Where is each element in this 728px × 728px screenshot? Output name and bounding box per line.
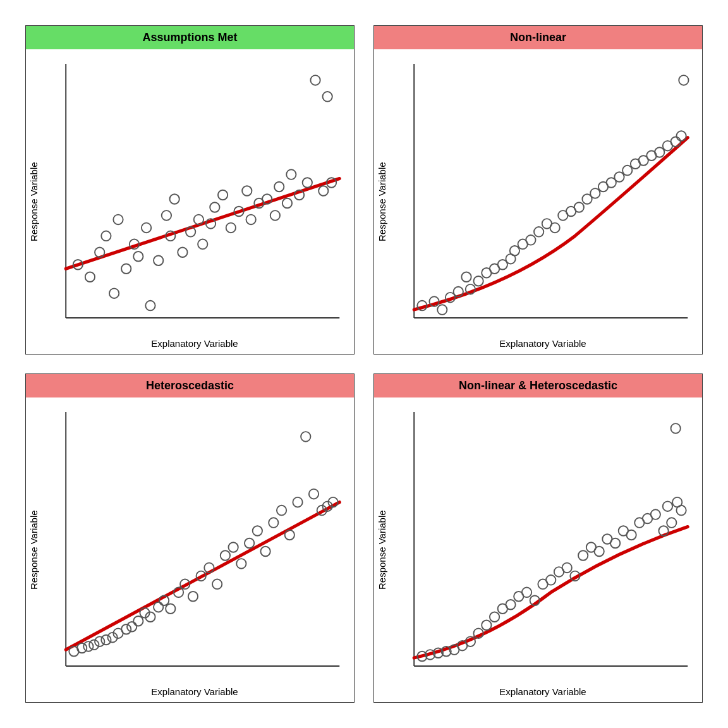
svg-point-144 bbox=[610, 538, 620, 549]
svg-point-12 bbox=[142, 223, 151, 233]
svg-point-34 bbox=[286, 169, 296, 179]
svg-point-28 bbox=[246, 215, 256, 225]
svg-point-96 bbox=[166, 604, 175, 614]
svg-point-17 bbox=[170, 194, 179, 204]
svg-point-102 bbox=[212, 579, 222, 590]
svg-point-136 bbox=[546, 575, 555, 585]
svg-point-8 bbox=[113, 215, 123, 225]
svg-point-109 bbox=[269, 518, 278, 528]
svg-point-69 bbox=[622, 166, 632, 176]
svg-point-68 bbox=[614, 172, 624, 182]
svg-point-128 bbox=[482, 620, 491, 630]
svg-point-84 bbox=[89, 640, 99, 650]
svg-point-15 bbox=[162, 210, 171, 221]
svg-point-105 bbox=[236, 559, 246, 569]
svg-line-80 bbox=[66, 502, 339, 650]
x-label-2: Explanatory Variable bbox=[390, 334, 696, 354]
panel-title-heteroscedastic: Heteroscedastic bbox=[26, 374, 354, 397]
svg-point-13 bbox=[145, 301, 155, 311]
svg-point-152 bbox=[667, 518, 676, 528]
plot-container-1: Explanatory Variable bbox=[42, 49, 354, 354]
svg-point-76 bbox=[676, 131, 686, 141]
svg-point-7 bbox=[109, 288, 119, 298]
svg-point-114 bbox=[309, 489, 318, 499]
svg-point-133 bbox=[522, 588, 531, 598]
svg-point-20 bbox=[194, 215, 203, 225]
svg-point-39 bbox=[318, 186, 328, 196]
svg-point-91 bbox=[133, 616, 143, 626]
svg-point-60 bbox=[550, 223, 559, 233]
svg-point-82 bbox=[77, 643, 87, 653]
main-grid: Assumptions Met Response Variable bbox=[0, 0, 728, 728]
svg-point-111 bbox=[285, 530, 294, 540]
svg-point-129 bbox=[490, 612, 499, 622]
panel-non-linear: Non-linear Response Variable bbox=[373, 25, 703, 355]
panel-title-nonlinear-hetero: Non-linear & Heteroscedastic bbox=[374, 374, 702, 397]
svg-point-18 bbox=[178, 248, 187, 258]
svg-point-90 bbox=[127, 622, 136, 632]
panel-heteroscedastic: Heteroscedastic Response Variable bbox=[25, 373, 355, 703]
svg-point-31 bbox=[270, 210, 280, 221]
svg-plot-2 bbox=[390, 56, 696, 334]
svg-point-112 bbox=[293, 497, 302, 507]
chart-area-1: Response Variable bbox=[26, 49, 354, 354]
plot-container-3: Explanatory Variable bbox=[42, 397, 354, 702]
svg-point-140 bbox=[578, 550, 588, 561]
svg-point-138 bbox=[562, 563, 572, 573]
svg-point-104 bbox=[228, 542, 238, 552]
x-label-1: Explanatory Variable bbox=[42, 334, 348, 354]
svg-point-50 bbox=[473, 276, 483, 286]
svg-point-4 bbox=[85, 272, 95, 282]
x-label-4: Explanatory Variable bbox=[390, 682, 696, 702]
svg-point-23 bbox=[210, 202, 219, 212]
svg-point-85 bbox=[95, 636, 104, 646]
svg-point-38 bbox=[323, 92, 332, 102]
chart-area-2: Response Variable bbox=[374, 49, 702, 354]
svg-point-36 bbox=[303, 178, 312, 188]
svg-point-73 bbox=[655, 147, 664, 157]
svg-point-57 bbox=[526, 235, 535, 245]
svg-point-65 bbox=[590, 188, 600, 198]
panel-title-non-linear: Non-linear bbox=[374, 26, 702, 49]
svg-point-75 bbox=[671, 136, 681, 147]
svg-point-9 bbox=[121, 264, 131, 274]
svg-point-94 bbox=[154, 602, 163, 612]
svg-point-146 bbox=[626, 530, 636, 540]
svg-point-83 bbox=[83, 641, 93, 652]
svg-point-24 bbox=[218, 190, 228, 200]
svg-point-113 bbox=[301, 432, 310, 442]
svg-point-131 bbox=[506, 600, 515, 610]
svg-point-11 bbox=[133, 252, 143, 262]
svg-point-106 bbox=[245, 538, 254, 549]
svg-point-58 bbox=[534, 227, 543, 237]
svg-point-6 bbox=[101, 231, 111, 241]
svg-point-108 bbox=[260, 547, 270, 557]
svg-point-149 bbox=[651, 509, 660, 519]
panel-assumptions-met: Assumptions Met Response Variable bbox=[25, 25, 355, 355]
svg-plot-4 bbox=[390, 404, 696, 682]
svg-point-89 bbox=[121, 624, 131, 634]
svg-point-55 bbox=[510, 246, 519, 256]
svg-plot-3 bbox=[42, 404, 348, 682]
svg-point-99 bbox=[188, 592, 198, 602]
svg-point-154 bbox=[676, 506, 686, 516]
svg-point-63 bbox=[574, 202, 584, 212]
y-label-3: Response Variable bbox=[26, 397, 42, 702]
chart-area-4: Response Variable bbox=[374, 397, 702, 702]
svg-point-77 bbox=[679, 75, 688, 85]
x-label-3: Explanatory Variable bbox=[42, 682, 348, 702]
y-label-2: Response Variable bbox=[374, 49, 390, 354]
panel-title-assumptions-met: Assumptions Met bbox=[26, 26, 354, 49]
svg-point-32 bbox=[274, 182, 284, 192]
svg-point-27 bbox=[242, 186, 252, 196]
chart-area-3: Response Variable bbox=[26, 397, 354, 702]
svg-point-110 bbox=[277, 506, 286, 516]
svg-point-37 bbox=[310, 75, 320, 85]
svg-point-25 bbox=[226, 223, 236, 233]
plot-container-2: Explanatory Variable bbox=[390, 49, 702, 354]
svg-point-21 bbox=[198, 240, 207, 250]
svg-point-107 bbox=[253, 526, 262, 536]
y-label-1: Response Variable bbox=[26, 49, 42, 354]
svg-point-142 bbox=[595, 547, 604, 557]
svg-point-103 bbox=[221, 550, 230, 561]
